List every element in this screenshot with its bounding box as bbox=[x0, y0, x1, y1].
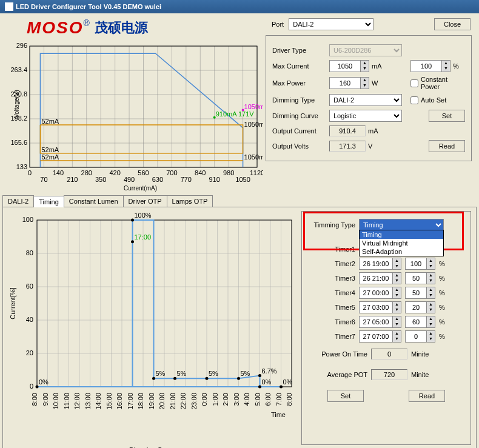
svg-text:133: 133 bbox=[16, 163, 27, 170]
max-current-pct-unit: % bbox=[453, 62, 465, 70]
svg-text:3:00: 3:00 bbox=[233, 393, 240, 406]
timer-time-stepper[interactable]: ▲▼ bbox=[359, 272, 401, 284]
timer-pct-stepper[interactable]: ▲▼ bbox=[405, 301, 435, 313]
constant-power-checkbox[interactable]: Constant Power bbox=[410, 76, 465, 90]
timer-time-stepper[interactable]: ▲▼ bbox=[359, 258, 401, 270]
timing-set-button[interactable]: Set bbox=[327, 390, 364, 402]
svg-text:5%: 5% bbox=[241, 370, 250, 377]
svg-point-123 bbox=[131, 240, 134, 243]
svg-text:19:00: 19:00 bbox=[148, 393, 155, 410]
svg-text:630: 630 bbox=[152, 176, 163, 183]
svg-text:5%: 5% bbox=[177, 370, 187, 377]
svg-text:1050: 1050 bbox=[235, 176, 250, 183]
output-current-value: 910.4 bbox=[329, 125, 366, 136]
dimming-type-select[interactable]: DALI-2 bbox=[329, 94, 402, 106]
svg-text:490: 490 bbox=[124, 176, 135, 183]
svg-text:0%: 0% bbox=[262, 378, 272, 386]
svg-text:12:00: 12:00 bbox=[73, 393, 81, 410]
svg-text:910mA 171V: 910mA 171V bbox=[216, 110, 255, 118]
svg-text:10:00: 10:00 bbox=[52, 393, 59, 410]
svg-text:17:00: 17:00 bbox=[135, 233, 152, 241]
svg-point-131 bbox=[206, 377, 209, 380]
svg-text:165.6: 165.6 bbox=[10, 139, 27, 146]
driver-type-select[interactable]: U6-200D286 bbox=[329, 44, 402, 56]
max-power-stepper[interactable]: ▲▼ bbox=[329, 77, 369, 89]
timer-time-stepper[interactable]: ▲▼ bbox=[359, 301, 401, 313]
max-current-stepper[interactable]: ▲▼ bbox=[329, 60, 369, 72]
power-on-time-unit: Minite bbox=[411, 350, 429, 358]
svg-text:770: 770 bbox=[181, 176, 192, 183]
max-current-label: Max Current bbox=[272, 62, 327, 70]
svg-point-139 bbox=[280, 386, 283, 389]
svg-text:420: 420 bbox=[109, 169, 120, 176]
tab-timing[interactable]: Timing bbox=[33, 196, 64, 207]
timer-time-stepper[interactable]: ▲▼ bbox=[359, 316, 401, 328]
svg-text:980: 980 bbox=[223, 169, 234, 176]
dimming-curve-chart: 020406080100Current[%]8:009:0010:0011:00… bbox=[7, 211, 298, 423]
svg-text:5%: 5% bbox=[209, 370, 218, 377]
dimming-curve-label: Dimming Curve bbox=[272, 112, 327, 119]
svg-text:52mA: 52mA bbox=[41, 146, 59, 153]
timer-pct-stepper[interactable]: ▲▼ bbox=[405, 258, 435, 270]
timer-time-stepper[interactable]: ▲▼ bbox=[359, 330, 401, 343]
svg-text:210: 210 bbox=[67, 176, 78, 183]
power-on-time-value: 0 bbox=[371, 349, 407, 359]
tab-constant-lumen[interactable]: Constant Lumen bbox=[64, 195, 124, 207]
svg-text:0: 0 bbox=[30, 383, 33, 390]
svg-text:52mA: 52mA bbox=[41, 153, 59, 161]
dimming-curve-select[interactable]: Logistic bbox=[329, 110, 402, 122]
svg-text:0:00: 0:00 bbox=[201, 393, 208, 406]
svg-text:9:00: 9:00 bbox=[42, 393, 49, 406]
svg-text:23:00: 23:00 bbox=[190, 393, 198, 410]
dropdown-option-virtual-midnight[interactable]: Virtual Midnight bbox=[360, 239, 443, 247]
svg-text:910: 910 bbox=[209, 176, 220, 183]
driver-type-label: Driver Type bbox=[272, 47, 327, 54]
svg-text:40: 40 bbox=[26, 316, 33, 323]
port-label: Port bbox=[272, 21, 284, 28]
voltage-current-chart: 133165.6198.2230.8263.429607014021028035… bbox=[2, 40, 263, 192]
timer-pct-stepper[interactable]: ▲▼ bbox=[405, 316, 435, 328]
svg-text:0%: 0% bbox=[283, 378, 293, 386]
avg-pot-unit: Minite bbox=[411, 371, 429, 378]
svg-point-133 bbox=[237, 377, 240, 380]
output-current-label: Output Current bbox=[272, 127, 327, 135]
svg-text:263.4: 263.4 bbox=[10, 66, 27, 73]
timer-pct-stepper[interactable]: ▲▼ bbox=[405, 272, 435, 284]
dropdown-option-timing[interactable]: Timing bbox=[360, 230, 443, 239]
timing-read-button[interactable]: Read bbox=[409, 390, 445, 402]
svg-text:6.7%: 6.7% bbox=[262, 367, 277, 375]
timing-panel: Timming Type Timing Timing Virtual Midni… bbox=[301, 211, 471, 445]
set-button[interactable]: Set bbox=[429, 110, 465, 122]
timer-time-stepper[interactable]: ▲▼ bbox=[359, 287, 401, 299]
svg-point-125 bbox=[36, 386, 39, 389]
svg-text:8:00: 8:00 bbox=[31, 393, 38, 406]
logo-reg: ® bbox=[84, 18, 90, 28]
svg-text:0%: 0% bbox=[39, 378, 49, 386]
svg-text:20: 20 bbox=[26, 349, 33, 356]
svg-text:4:00: 4:00 bbox=[243, 393, 250, 406]
max-current-pct-stepper[interactable]: ▲▼ bbox=[410, 60, 451, 72]
svg-text:11:00: 11:00 bbox=[63, 393, 70, 410]
read-button[interactable]: Read bbox=[429, 140, 465, 152]
svg-text:Time: Time bbox=[271, 411, 286, 418]
port-select[interactable]: DALI-2 bbox=[289, 18, 373, 30]
close-button[interactable]: Close bbox=[434, 18, 471, 30]
svg-text:70: 70 bbox=[40, 176, 47, 183]
window-title: LED Driver Configurer Tool V0.45 DEMO wu… bbox=[16, 3, 161, 10]
svg-text:1:00: 1:00 bbox=[212, 393, 219, 406]
tab-dali2[interactable]: DALI-2 bbox=[2, 195, 34, 207]
avg-pot-label: Average POT bbox=[307, 371, 367, 378]
max-power-unit: W bbox=[372, 79, 384, 87]
svg-text:296: 296 bbox=[16, 42, 27, 49]
timer-pct-stepper[interactable]: ▲▼ bbox=[405, 330, 435, 343]
svg-text:700: 700 bbox=[166, 169, 177, 176]
logo-brand: MOSO bbox=[27, 18, 84, 37]
dropdown-option-self-adaption[interactable]: Self-Adaption bbox=[360, 247, 443, 256]
auto-set-checkbox[interactable]: Auto Set bbox=[410, 96, 465, 104]
timing-type-select[interactable]: Timing bbox=[359, 219, 444, 231]
svg-text:17:00: 17:00 bbox=[127, 393, 134, 410]
timer-pct-stepper[interactable]: ▲▼ bbox=[405, 287, 435, 299]
tab-lamps-otp[interactable]: Lamps OTP bbox=[167, 195, 213, 207]
tab-driver-otp[interactable]: Driver OTP bbox=[123, 195, 167, 207]
svg-text:22:00: 22:00 bbox=[179, 393, 187, 410]
